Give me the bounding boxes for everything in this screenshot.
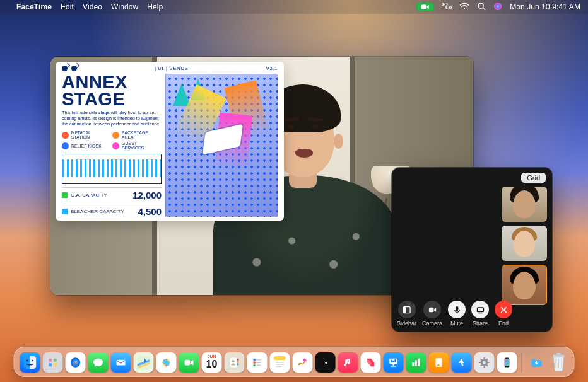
camera-button[interactable] [423,301,441,318]
dock-app-finder[interactable] [20,352,40,373]
dock-app-maps[interactable] [134,352,154,373]
svg-rect-52 [391,360,392,362]
mute-button[interactable] [448,301,466,318]
svg-point-2 [443,4,445,6]
share-button[interactable] [471,301,489,318]
end-control: End [495,301,512,327]
capacity-swatch-icon [62,209,68,214]
share-title-line2: STAGE [62,91,162,108]
dock-app-iphone-mirroring[interactable] [497,352,517,373]
shared-screen-content: | 01 | VENUE V2.1 ANNEX STAGE This intim… [56,62,284,221]
svg-text:tv: tv [323,361,327,365]
svg-rect-54 [394,359,396,362]
dock-app-facetime[interactable] [179,352,199,373]
self-view-tile[interactable] [502,265,547,305]
svg-rect-9 [428,307,433,312]
control-label: Mute [450,320,463,327]
capacity-value: 4,500 [138,206,162,217]
dock-app-launchpad[interactable] [43,352,63,373]
legend-label: GUEST SERVICES [122,141,160,150]
dock-app-notes[interactable] [270,352,290,373]
svg-rect-65 [553,355,565,357]
svg-rect-0 [421,5,427,9]
svg-rect-16 [47,356,59,369]
wifi-icon[interactable] [459,3,469,12]
menu-clock[interactable]: Mon Jun 10 9:41 AM [510,3,580,11]
control-center-icon[interactable] [442,3,452,11]
participant-tile[interactable] [502,187,547,222]
dock-trash[interactable] [550,351,568,373]
dock-app-tv[interactable]: tv [315,352,336,373]
svg-rect-34 [237,359,239,361]
menu-edit[interactable]: Edit [61,3,74,11]
camera-in-use-indicator-icon[interactable] [416,3,434,11]
capacity-label: BLEACHER CAPACITY [71,209,124,214]
svg-rect-11 [477,307,483,311]
dock-app-calendar[interactable]: JUN 10 [202,352,222,373]
sidebar-button[interactable] [398,301,416,318]
mute-control: Mute [448,301,466,327]
svg-rect-66 [556,353,561,355]
grid-view-button[interactable]: Grid [521,173,546,183]
share-breadcrumb: | 01 | VENUE [155,66,188,71]
end-call-button[interactable] [495,301,512,318]
svg-point-60 [483,361,486,364]
menu-help[interactable]: Help [147,3,163,11]
svg-point-33 [232,360,234,362]
participant-tile[interactable] [502,226,547,261]
share-capacity-row: BLEACHER CAPACITY 4,500 [62,204,162,217]
svg-rect-35 [237,361,239,363]
legend-label: RELIEF KIOSK [71,144,102,148]
dock-app-messages[interactable] [88,352,109,373]
svg-point-37 [253,359,256,361]
dock-app-contacts[interactable] [225,352,245,373]
dock-app-photos[interactable] [156,352,177,373]
menu-window[interactable]: Window [111,3,138,11]
dock-app-freeform[interactable] [293,352,313,373]
svg-point-39 [253,361,256,364]
svg-rect-24 [117,360,126,366]
dock-app-keynote[interactable] [384,352,404,373]
svg-rect-19 [49,363,52,366]
capacity-label: G.A. CAPACITY [71,192,107,198]
share-description: This intimate side stage will play host … [62,110,162,127]
share-title-line1: ANNEX [62,74,162,91]
dock-app-news[interactable] [361,352,381,373]
dock-app-safari[interactable] [66,352,86,373]
svg-point-46 [299,363,301,365]
svg-rect-43 [274,356,286,360]
dock-downloads[interactable] [527,352,547,373]
calendar-month: JUN [207,354,216,359]
legend-dot-icon [62,142,69,149]
svg-rect-20 [54,363,57,366]
share-mini-map [62,154,162,184]
capacity-value: 12,000 [132,190,162,200]
dock-app-appstore[interactable] [452,352,472,373]
svg-rect-53 [392,361,394,362]
svg-rect-42 [256,365,261,366]
facetime-controls-window[interactable]: Grid Sidebar Camera Mute Share End [392,168,552,332]
camera-control: Camera [422,301,442,327]
menu-bar: FaceTime Edit Video Window Help Mon Jun … [0,0,588,14]
siri-icon[interactable] [493,2,502,13]
dock-separator [522,352,522,373]
svg-rect-40 [256,362,261,363]
share-legend: MEDICAL STATION BACKSTAGE AREA RELIEF KI… [62,130,162,150]
svg-point-5 [478,3,483,8]
dock-app-mail[interactable] [111,352,131,373]
legend-dot-icon [112,142,119,149]
menu-app-name[interactable]: FaceTime [16,3,52,11]
spotlight-search-icon[interactable] [477,2,486,13]
dock-app-music[interactable] [338,352,358,373]
svg-rect-17 [49,359,52,362]
svg-point-14 [26,360,28,362]
dock-app-numbers[interactable] [406,352,426,373]
menu-video[interactable]: Video [83,3,102,11]
dock-app-pages[interactable] [429,352,449,373]
svg-rect-36 [237,363,239,365]
dock-app-reminders[interactable] [247,352,268,373]
dock-app-settings[interactable] [474,352,495,373]
capacity-swatch-icon [62,192,68,198]
control-label: End [498,320,509,327]
svg-rect-56 [415,360,417,366]
